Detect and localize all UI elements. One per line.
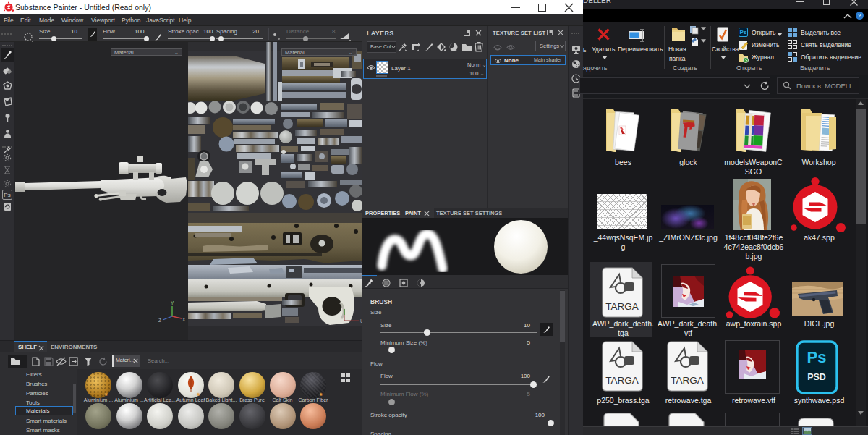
- svg-text:X: X: [182, 317, 186, 322]
- svg-text:Y: Y: [171, 301, 174, 305]
- svg-text:TARGA: TARGA: [671, 375, 704, 386]
- svg-text:PSD: PSD: [807, 372, 826, 382]
- svg-text:Z: Z: [158, 318, 161, 323]
- svg-text:TARGA: TARGA: [605, 301, 639, 312]
- svg-text:Ps: Ps: [807, 348, 827, 366]
- svg-text:TARGA: TARGA: [605, 375, 639, 386]
